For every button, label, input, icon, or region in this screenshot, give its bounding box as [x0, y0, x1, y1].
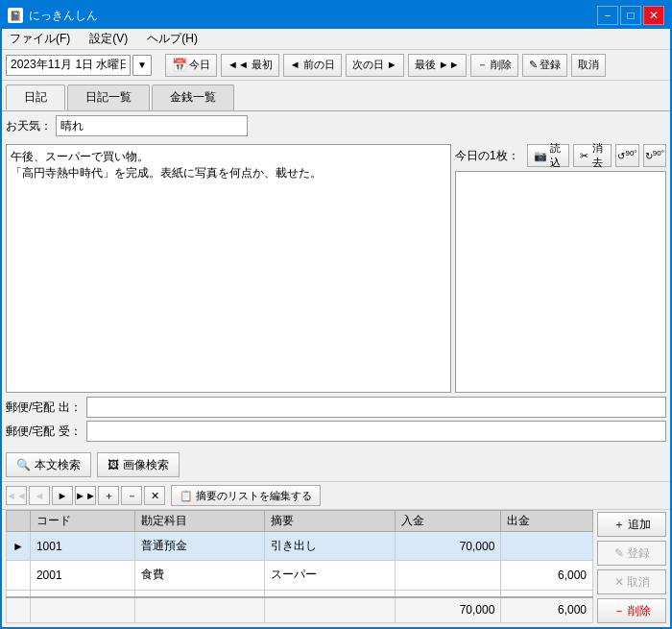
acc-add-nav-button[interactable]: ＋ [98, 486, 119, 505]
row-summary: 引き出し [265, 532, 396, 561]
row-expense [501, 532, 593, 561]
accounts-section: ◄◄ ◄ ► ►► ＋ － ✕ 📋 摘要のリストを編集する コード [2, 481, 670, 627]
first-button[interactable]: ◄◄ 最初 [221, 54, 279, 77]
text-search-button[interactable]: 🔍 本文検索 [6, 452, 91, 477]
erase-label: 消去 [590, 141, 605, 170]
total-empty [265, 597, 396, 623]
register-accounts-button[interactable]: ✎ 登録 [597, 541, 666, 566]
empty-row [501, 590, 593, 597]
image-search-button[interactable]: 🖼 画像検索 [97, 452, 180, 477]
register-acc-label: 登録 [627, 545, 650, 562]
prev-label: ◄ 前の日 [290, 58, 335, 72]
acc-next-next-button[interactable]: ►► [75, 486, 96, 505]
date-input[interactable] [6, 55, 131, 76]
col-income: 入金 [395, 511, 500, 532]
mail-outgoing-input[interactable] [86, 397, 666, 418]
col-account: 勘定科目 [134, 511, 265, 532]
row-income [395, 561, 500, 590]
middle-section: 午後、スーパーで買い物。 「高円寺熱中時代」を完成。表紙に写真を何点か、載せた。… [2, 144, 670, 393]
total-empty [134, 597, 265, 623]
search-row: 🔍 本文検索 🖼 画像検索 [2, 448, 670, 481]
row-code: 1001 [30, 532, 134, 561]
maximize-button[interactable]: □ [620, 6, 641, 25]
add-label: 追加 [628, 517, 651, 533]
total-row: 70,000 6,000 [7, 597, 593, 623]
photo-label: 今日の1枚： [455, 148, 519, 164]
mail-outgoing-label: 郵便/宅配 出： [6, 399, 83, 416]
empty-row [30, 590, 134, 597]
toolbar: ▼ 📅 今日 ◄◄ 最初 ◄ 前の日 次の日 ► 最後 ►► － 削除 ✎ 登録… [2, 50, 670, 81]
text-search-icon: 🔍 [16, 458, 31, 472]
acc-summary-icon: 📋 [180, 490, 193, 502]
diary-content[interactable]: 午後、スーパーで買い物。 「高円寺熱中時代」を完成。表紙に写真を何点か、載せた。 [6, 144, 451, 393]
window-controls: － □ ✕ [597, 6, 664, 25]
photo-display-area [455, 171, 666, 393]
scissors-icon: ✂ [580, 150, 588, 162]
row-arrow: ► [7, 532, 31, 561]
mail-incoming-input[interactable] [86, 421, 666, 442]
mail-section: 郵便/宅配 出： 郵便/宅配 受： [2, 393, 670, 448]
weather-input[interactable] [56, 115, 248, 136]
menu-settings[interactable]: 設定(V) [85, 30, 132, 48]
today-label: 今日 [189, 58, 210, 72]
calendar-icon: 📅 [172, 58, 187, 72]
delete-acc-icon: － [613, 603, 625, 619]
total-label [7, 597, 31, 623]
next-button[interactable]: 次の日 ► [346, 54, 404, 77]
acc-summary-label: 摘要のリストを編集する [196, 489, 312, 503]
register-button[interactable]: ✎ 登録 [522, 54, 567, 77]
acc-summary-button[interactable]: 📋 摘要のリストを編集する [171, 485, 321, 506]
tab-money-list[interactable]: 金銭一覧 [152, 85, 234, 110]
date-dropdown-button[interactable]: ▼ [132, 55, 152, 76]
col-summary: 摘要 [265, 511, 396, 532]
tab-diary-list[interactable]: 日記一覧 [67, 85, 150, 110]
photo-toolbar: 今日の1枚： 📷 読込 ✂ 消去 ↺90° ↻90° [455, 144, 666, 167]
row-expense: 6,000 [501, 561, 593, 590]
prev-button[interactable]: ◄ 前の日 [283, 54, 342, 77]
col-expense: 出金 [501, 511, 593, 532]
acc-cancel-nav-button[interactable]: ✕ [144, 486, 165, 505]
acc-prev-prev-button[interactable]: ◄◄ [6, 486, 27, 505]
minimize-button[interactable]: － [597, 6, 618, 25]
add-button[interactable]: ＋ 追加 [597, 512, 666, 537]
menu-bar: ファイル(F) 設定(V) ヘルプ(H) [2, 29, 670, 50]
tab-diary[interactable]: 日記 [6, 85, 65, 110]
acc-prev-button[interactable]: ◄ [29, 486, 50, 505]
delete-label: － 削除 [477, 58, 512, 72]
camera-icon: 📷 [534, 150, 547, 162]
photo-read-button[interactable]: 📷 読込 [527, 144, 569, 167]
cancel-accounts-button[interactable]: ✕ 取消 [597, 569, 666, 594]
rotate-right-icon: ↻90° [645, 149, 664, 161]
delete-accounts-button[interactable]: － 削除 [597, 598, 666, 623]
total-income: 70,000 [395, 597, 500, 623]
last-label: 最後 ►► [415, 58, 460, 72]
rotate-left-button[interactable]: ↺90° [615, 144, 638, 167]
photo-erase-button[interactable]: ✂ 消去 [573, 144, 612, 167]
close-button[interactable]: ✕ [643, 6, 664, 25]
cancel-label: 取消 [578, 58, 599, 72]
main-content: お天気： 午後、スーパーで買い物。 「高円寺熱中時代」を完成。表紙に写真を何点か… [2, 110, 670, 627]
acc-next-button[interactable]: ► [52, 486, 73, 505]
menu-help[interactable]: ヘルプ(H) [143, 30, 202, 48]
table-row [7, 590, 593, 597]
row-account: 食費 [134, 561, 265, 590]
table-row[interactable]: ► 1001 普通預金 引き出し 70,000 [7, 532, 593, 561]
cancel-toolbar-button[interactable]: 取消 [571, 54, 606, 77]
col-code: コード [30, 511, 134, 532]
menu-file[interactable]: ファイル(F) [6, 30, 74, 48]
today-button[interactable]: 📅 今日 [165, 54, 217, 77]
empty-row [7, 590, 31, 597]
row-income: 70,000 [395, 532, 500, 561]
delete-button[interactable]: － 削除 [470, 54, 518, 77]
table-row[interactable]: 2001 食費 スーパー 6,000 [7, 561, 593, 590]
register-acc-icon: ✎ [614, 546, 624, 560]
acc-remove-nav-button[interactable]: － [121, 486, 142, 505]
text-search-label: 本文検索 [35, 457, 81, 473]
accounts-table: コード 勘定科目 摘要 入金 出金 ► 1001 普通預金 引き出し [6, 510, 593, 623]
rotate-right-button[interactable]: ↻90° [643, 144, 666, 167]
last-button[interactable]: 最後 ►► [408, 54, 467, 77]
row-code: 2001 [30, 561, 134, 590]
total-expense: 6,000 [501, 597, 593, 623]
read-label: 読込 [549, 141, 563, 170]
photo-panel: 今日の1枚： 📷 読込 ✂ 消去 ↺90° ↻90° [455, 144, 666, 393]
